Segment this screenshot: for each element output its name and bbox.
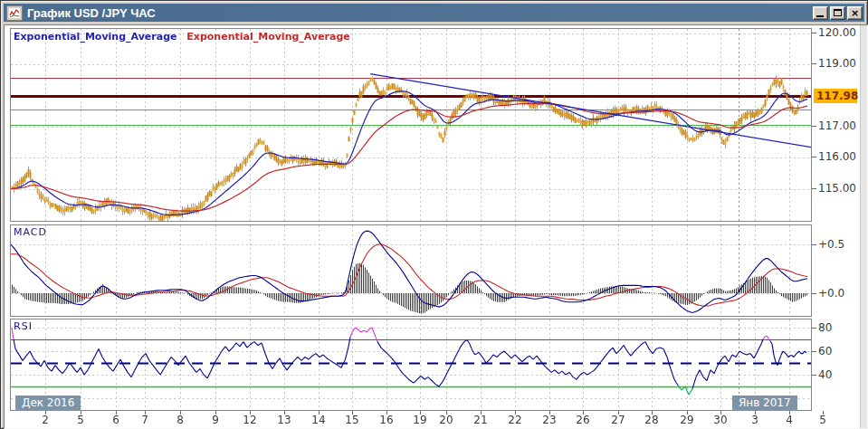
date-tick — [45, 411, 46, 415]
date-tick — [386, 411, 387, 415]
macd-panel[interactable]: MACD — [10, 224, 812, 317]
current-price-tag: 117.98 — [814, 89, 857, 103]
date-tick — [420, 411, 421, 415]
month-label-jan2017: Янв 2017 — [732, 396, 797, 411]
date-tick — [145, 411, 146, 415]
date-label: 9 — [212, 414, 219, 426]
macd-axis-label: +0.5 — [818, 238, 844, 251]
macd-chart-canvas[interactable] — [11, 225, 811, 316]
date-tick — [515, 411, 516, 415]
date-label: 30 — [713, 414, 727, 426]
date-label: 5 — [819, 414, 826, 426]
date-label: 14 — [311, 414, 325, 426]
titlebar[interactable]: График USD /JPY ЧАС × — [4, 4, 864, 22]
price-axis-label: 115.00 — [818, 182, 856, 195]
date-label: 28 — [644, 414, 658, 426]
date-tick — [116, 411, 117, 415]
month-label-dec2016: Дек 2016 — [15, 396, 81, 411]
date-tick — [352, 411, 353, 415]
date-label: 12 — [243, 414, 256, 426]
date-tick — [583, 411, 584, 415]
legend-ema-slow: Exponential_Moving_Average — [186, 31, 349, 43]
date-label: 4 — [786, 414, 793, 426]
price-axis-tick — [812, 157, 816, 157]
rsi-axis-label: 80 — [818, 321, 832, 334]
date-tick — [81, 411, 81, 415]
date-tick — [284, 411, 285, 415]
date-tick — [319, 411, 320, 415]
date-tick — [446, 411, 447, 415]
chart-icon — [6, 5, 23, 21]
price-axis-tick — [812, 188, 816, 189]
indicator-legend: Exponential_Moving_Average Exponential_M… — [14, 31, 350, 43]
date-tick — [755, 411, 756, 415]
date-label: 19 — [413, 414, 426, 426]
rsi-label: RSI — [14, 320, 33, 332]
window-title: График USD /JPY ЧАС — [27, 6, 156, 20]
macd-axis-tick — [812, 244, 816, 245]
date-tick — [652, 411, 653, 415]
date-tick — [481, 411, 482, 415]
date-label: 5 — [77, 414, 84, 426]
price-axis-tick — [812, 63, 816, 64]
date-label: 8 — [176, 414, 184, 426]
date-label: 2 — [42, 414, 49, 426]
window-edge-strip — [860, 25, 867, 428]
date-label: 16 — [379, 414, 393, 426]
maximize-icon — [834, 9, 842, 16]
date-label: 23 — [542, 414, 556, 426]
rsi-axis-tick — [812, 375, 816, 376]
date-tick — [180, 411, 181, 415]
macd-label: MACD — [14, 226, 47, 238]
date-label: 15 — [345, 414, 358, 426]
date-label: 20 — [439, 414, 453, 426]
rsi-chart-canvas[interactable] — [11, 319, 811, 410]
macd-axis-tick — [812, 293, 816, 294]
date-tick — [720, 411, 721, 415]
date-tick — [215, 411, 216, 415]
date-tick — [789, 411, 790, 415]
date-label: 6 — [112, 414, 119, 426]
date-tick — [549, 411, 550, 415]
date-label: 21 — [473, 414, 487, 426]
rsi-axis-tick — [812, 328, 816, 329]
date-tick — [250, 411, 251, 415]
price-axis-tick — [812, 33, 816, 33]
price-axis-label: 120.00 — [818, 26, 856, 39]
rsi-axis-label: 60 — [818, 345, 832, 358]
price-panel[interactable]: Exponential_Moving_Average Exponential_M… — [10, 28, 812, 222]
close-icon: × — [848, 7, 862, 19]
window-controls: × — [811, 6, 863, 20]
maximize-button[interactable] — [830, 6, 845, 20]
date-label: 26 — [576, 414, 589, 426]
price-axis-tick — [812, 126, 816, 127]
date-tick — [823, 411, 824, 415]
price-axis-label: 117.00 — [818, 119, 856, 132]
rsi-axis-tick — [812, 351, 816, 352]
price-axis-label: 116.00 — [818, 150, 856, 163]
minimize-button[interactable] — [813, 6, 828, 20]
minimize-icon — [816, 15, 824, 17]
date-label: 29 — [680, 414, 693, 426]
date-tick — [687, 411, 688, 415]
price-axis-label: 119.00 — [818, 57, 856, 70]
close-button[interactable]: × — [847, 6, 863, 20]
date-label: 13 — [277, 414, 291, 426]
date-label: 7 — [141, 414, 148, 426]
date-label: 3 — [751, 414, 758, 426]
rsi-axis-label: 40 — [818, 368, 832, 381]
macd-axis-label: +0.0 — [818, 287, 844, 300]
legend-ema-fast: Exponential_Moving_Average — [14, 31, 176, 43]
rsi-panel[interactable]: RSI — [10, 319, 812, 411]
date-tick — [618, 411, 619, 415]
date-label: 22 — [508, 414, 521, 426]
chart-client-area: Exponential_Moving_Average Exponential_M… — [4, 24, 868, 429]
price-chart-canvas[interactable] — [11, 29, 811, 221]
date-label: 27 — [611, 414, 625, 426]
chart-window: График USD /JPY ЧАС × Exponential_Moving… — [0, 0, 868, 429]
